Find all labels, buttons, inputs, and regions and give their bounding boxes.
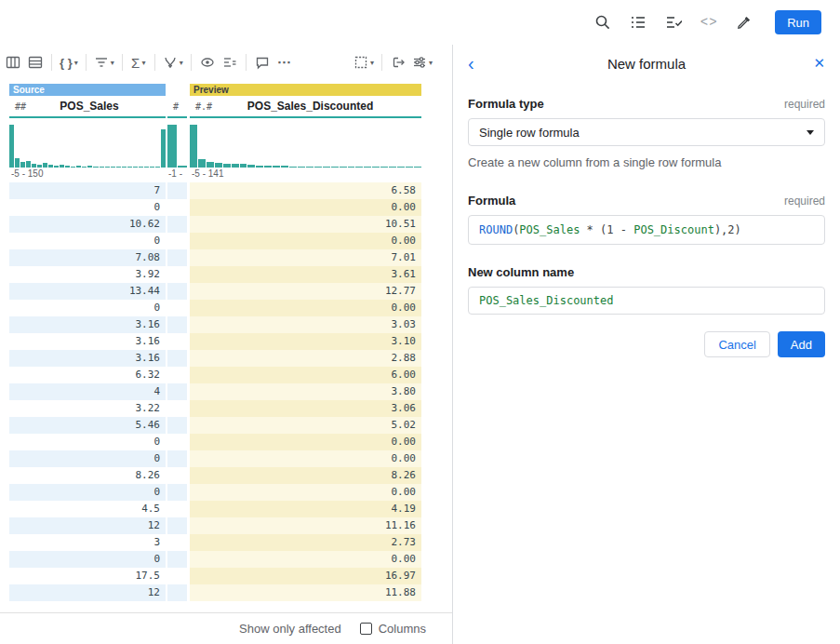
table-row[interactable] <box>167 568 187 584</box>
histogram-bar[interactable] <box>111 167 115 168</box>
table-row[interactable]: 0 <box>9 450 166 467</box>
histogram-bar[interactable] <box>232 164 239 168</box>
table-row[interactable] <box>167 350 187 367</box>
histogram-bar[interactable] <box>87 166 92 168</box>
histogram-bar[interactable] <box>314 167 322 168</box>
column-header-pos-sales-discounted[interactable]: #.# POS_Sales_Discounted <box>190 96 421 118</box>
table-row[interactable] <box>167 266 187 283</box>
filter-button[interactable]: ▾ <box>91 50 117 74</box>
histogram-bar[interactable] <box>215 163 222 168</box>
more-button[interactable]: ⋯ <box>273 50 296 74</box>
histogram-bar[interactable] <box>323 167 330 168</box>
histogram-bar[interactable] <box>105 167 110 168</box>
table-row[interactable]: 3.22 <box>9 400 166 417</box>
table-row[interactable]: 17.5 <box>9 568 166 584</box>
histogram-bar[interactable] <box>93 167 98 168</box>
histogram-bar[interactable] <box>60 165 64 168</box>
table-row[interactable]: 12 <box>9 517 166 534</box>
histogram-bar[interactable] <box>364 167 371 168</box>
close-icon[interactable]: ✕ <box>810 55 825 72</box>
table-row[interactable]: 4.5 <box>9 501 166 517</box>
histogram-bar[interactable] <box>48 165 53 168</box>
table-row[interactable]: 0 <box>9 484 166 501</box>
table-row[interactable] <box>167 400 187 417</box>
table-row[interactable]: 5.02 <box>190 417 421 434</box>
histogram-bar[interactable] <box>144 167 149 168</box>
table-row[interactable] <box>167 333 187 350</box>
table-row[interactable]: 2.88 <box>190 350 421 367</box>
histogram-bar[interactable] <box>190 125 197 168</box>
comment-button[interactable] <box>251 50 273 74</box>
table-row[interactable]: 3.61 <box>190 266 421 283</box>
histogram-bar[interactable] <box>37 165 42 168</box>
table-row[interactable] <box>167 551 187 568</box>
table-row[interactable] <box>167 467 187 484</box>
table-row[interactable] <box>167 367 187 383</box>
table-row[interactable] <box>167 300 187 316</box>
histogram-bar[interactable] <box>100 167 104 168</box>
table-row[interactable]: 0 <box>9 233 166 249</box>
table-row[interactable]: 10.51 <box>190 216 421 233</box>
histogram-bar[interactable] <box>240 164 247 168</box>
histogram-bar[interactable] <box>414 167 421 168</box>
histogram-bar[interactable] <box>54 166 59 168</box>
table-row[interactable] <box>167 450 187 467</box>
histogram-bar[interactable] <box>167 125 177 168</box>
view-settings-button[interactable]: ▾ <box>409 50 435 74</box>
histogram-bar[interactable] <box>355 167 363 168</box>
histogram-bar[interactable] <box>264 166 272 168</box>
table-row[interactable]: 8.26 <box>9 467 166 484</box>
table-row[interactable] <box>167 383 187 400</box>
histogram-bar[interactable] <box>150 167 154 168</box>
histogram-bar[interactable] <box>161 129 166 168</box>
histogram-bar[interactable] <box>298 167 305 168</box>
table-row[interactable] <box>167 484 187 501</box>
histogram-bar[interactable] <box>340 167 347 168</box>
table-row[interactable]: 3.80 <box>190 383 421 400</box>
table-row[interactable]: 3.06 <box>190 400 421 417</box>
run-button[interactable]: Run <box>775 10 821 34</box>
histogram-bar[interactable] <box>223 164 231 168</box>
table-row[interactable] <box>167 417 187 434</box>
histogram-bar[interactable] <box>331 167 339 168</box>
table-row[interactable]: 0.00 <box>190 233 421 249</box>
histogram-bar[interactable] <box>127 167 132 168</box>
histogram-pos-sales-discounted[interactable] <box>190 120 421 168</box>
table-row[interactable] <box>167 534 187 551</box>
histogram-bar[interactable] <box>380 167 388 168</box>
histogram-bar[interactable] <box>247 165 255 168</box>
table-row[interactable] <box>167 216 187 233</box>
preview-toggle-button[interactable] <box>196 50 219 74</box>
histogram-bar[interactable] <box>71 167 75 168</box>
table-row[interactable]: 3.16 <box>9 350 166 367</box>
table-row[interactable]: 0 <box>9 551 166 568</box>
table-row[interactable] <box>167 249 187 266</box>
search-icon[interactable] <box>593 12 613 33</box>
table-row[interactable] <box>167 199 187 216</box>
histogram-bar[interactable] <box>20 162 25 168</box>
histogram-bar[interactable] <box>389 167 396 168</box>
table-row[interactable]: 0 <box>9 300 166 316</box>
column-header-partial[interactable]: # <box>167 96 187 118</box>
table-row[interactable]: 8.26 <box>190 467 421 484</box>
steps-list-icon[interactable] <box>628 12 648 33</box>
table-row[interactable]: 4 <box>9 383 166 400</box>
table-row[interactable]: 0.00 <box>190 484 421 501</box>
formula-type-select[interactable]: Single row formula <box>468 118 825 146</box>
histogram-bar[interactable] <box>397 167 405 168</box>
histogram-bar[interactable] <box>306 167 313 168</box>
histogram-bar[interactable] <box>122 167 127 168</box>
table-row[interactable]: 6.32 <box>9 367 166 383</box>
histogram-bar[interactable] <box>372 167 380 168</box>
histogram-bar[interactable] <box>43 163 47 168</box>
histogram-bar[interactable] <box>207 162 214 168</box>
table-row[interactable]: 0.00 <box>190 300 421 316</box>
histogram-bar[interactable] <box>289 167 297 168</box>
histogram-bar[interactable] <box>406 167 413 168</box>
histogram-bar[interactable] <box>155 167 160 168</box>
back-button[interactable]: ‹ <box>468 54 483 73</box>
list-check-icon[interactable] <box>663 12 684 33</box>
table-row[interactable] <box>167 501 187 517</box>
table-row[interactable]: 3.16 <box>9 316 166 333</box>
table-row[interactable] <box>167 233 187 249</box>
